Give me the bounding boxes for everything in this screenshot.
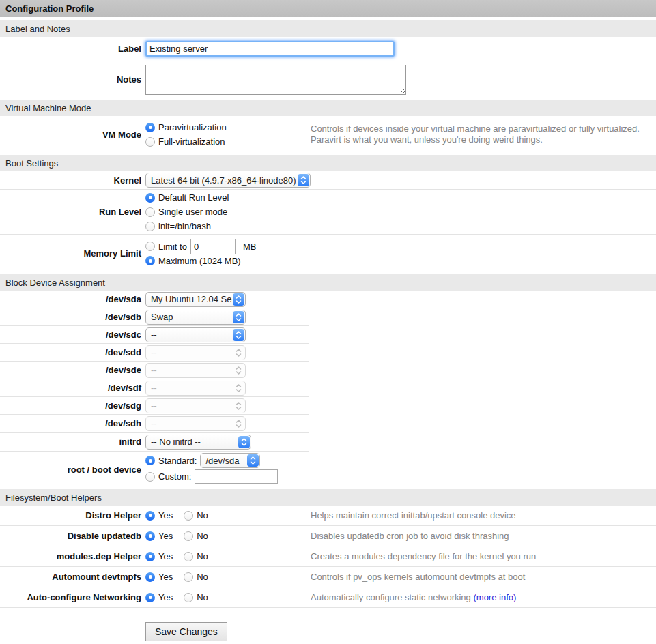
select-stepper-icon (238, 436, 250, 448)
select-stepper-icon (233, 329, 244, 341)
distro-helper-no-radio[interactable] (184, 511, 193, 521)
helper-row-updatedb: Disable updatedb Yes No Disables updated… (0, 526, 656, 546)
block-device-sdc-value: -- (151, 330, 157, 340)
block-device-row-sdc: /dev/sdc -- (0, 326, 309, 344)
memory-maximum-radio[interactable] (145, 256, 155, 265)
no-label[interactable]: No (197, 531, 208, 541)
block-device-sdb-value: Swap (151, 312, 173, 322)
no-label[interactable]: No (197, 592, 208, 602)
block-device-sdd-select: -- (145, 345, 246, 360)
initrd-row: initrd -- No initrd -- (0, 433, 309, 452)
vm-mode-help-line2: Paravirt is what you want, unless you're… (311, 134, 656, 145)
block-device-sdc-select[interactable]: -- (145, 327, 246, 342)
block-device-sdh-value: -- (151, 418, 157, 428)
yes-label[interactable]: Yes (158, 510, 173, 521)
disable-updatedb-no-radio[interactable] (184, 531, 193, 541)
vm-mode-label: VM Mode (0, 116, 141, 153)
kernel-selected-value: Latest 64 bit (4.9.7-x86_64-linode80) (151, 175, 296, 186)
yes-label[interactable]: Yes (158, 551, 173, 561)
auto-configure-networking-no-radio[interactable] (184, 593, 193, 602)
yes-label[interactable]: Yes (158, 592, 173, 602)
select-stepper-icon (233, 382, 244, 394)
kernel-label: Kernel (0, 171, 141, 189)
automount-devtmpfs-no-radio[interactable] (184, 572, 193, 582)
root-standard-radio[interactable] (145, 456, 155, 465)
vm-mode-fullvirt-radio[interactable] (145, 137, 155, 147)
no-label[interactable]: No (197, 510, 208, 521)
root-custom-input[interactable] (195, 469, 278, 484)
root-custom-label[interactable]: Custom: (158, 471, 191, 482)
select-stepper-icon (247, 454, 259, 467)
block-device-label: /dev/sdb (0, 308, 141, 325)
root-custom-radio[interactable] (145, 472, 155, 482)
no-label[interactable]: No (197, 551, 208, 561)
run-level-row: Run Level Default Run Level Single user … (0, 190, 656, 235)
block-device-sdf-select: -- (145, 381, 246, 396)
helper-row-distro: Distro Helper Yes No Helps maintain corr… (0, 506, 656, 526)
block-device-row-sdh: /dev/sdh -- (0, 415, 309, 433)
label-input[interactable] (145, 41, 395, 57)
yes-label[interactable]: Yes (158, 572, 173, 582)
modules-dep-yes-radio[interactable] (145, 552, 155, 561)
vm-mode-paravirt-radio[interactable] (145, 123, 155, 132)
memory-maximum-label[interactable]: Maximum (1024 MB) (158, 256, 241, 266)
memory-limit-row: Memory Limit Limit to MB Maximum (1024 M… (0, 235, 656, 272)
helper-help-text: Disables updatedb cron job to avoid disk… (311, 531, 656, 542)
memory-limit-input[interactable] (190, 239, 236, 254)
select-stepper-icon (233, 418, 244, 430)
notes-textarea[interactable] (145, 65, 406, 95)
helper-row-devtmpfs: Automount devtmpfs Yes No Controls if pv… (0, 567, 656, 587)
select-stepper-icon (233, 400, 244, 412)
block-device-sdg-value: -- (151, 400, 157, 411)
memory-limit-to-label[interactable]: Limit to (158, 241, 187, 252)
root-standard-value: /dev/sda (205, 456, 239, 466)
automount-devtmpfs-yes-radio[interactable] (145, 572, 155, 582)
memory-limit-to-radio[interactable] (145, 241, 155, 251)
block-device-label: /dev/sdg (0, 397, 141, 414)
run-level-single-radio[interactable] (145, 207, 155, 217)
helper-help-text: Creates a modules dependency file for th… (311, 551, 656, 562)
networking-help-text: Automatically configure static networkin… (311, 592, 471, 602)
root-standard-label[interactable]: Standard: (158, 456, 197, 466)
block-device-sdb-select[interactable]: Swap (145, 310, 246, 325)
select-stepper-icon (298, 174, 309, 186)
run-level-single-label[interactable]: Single user mode (158, 207, 227, 217)
memory-limit-label: Memory Limit (0, 235, 141, 272)
section-filesystem-boot-helpers: Filesystem/Boot Helpers (0, 489, 656, 506)
block-device-label: /dev/sda (0, 291, 141, 308)
distro-helper-yes-radio[interactable] (145, 511, 155, 521)
block-device-row-sdd: /dev/sdd -- (0, 344, 309, 362)
helper-row-modules-dep: modules.dep Helper Yes No Creates a modu… (0, 546, 656, 567)
helper-label: Automount devtmpfs (0, 567, 141, 587)
disable-updatedb-yes-radio[interactable] (145, 531, 155, 541)
more-info-link[interactable]: (more info) (473, 592, 516, 602)
modules-dep-no-radio[interactable] (184, 552, 193, 561)
run-level-init-label[interactable]: init=/bin/bash (158, 221, 211, 231)
select-stepper-icon (233, 293, 244, 306)
block-device-sde-select: -- (145, 363, 246, 378)
block-device-label: /dev/sdh (0, 415, 141, 432)
no-label[interactable]: No (197, 572, 208, 582)
run-level-init-radio[interactable] (145, 222, 155, 231)
kernel-select[interactable]: Latest 64 bit (4.9.7-x86_64-linode80) (145, 173, 311, 188)
page-title: Configuration Profile (0, 0, 656, 18)
vm-mode-paravirt-label[interactable]: Paravirtualization (158, 122, 227, 132)
block-device-sda-select[interactable]: My Ubuntu 12.04 Server (145, 292, 246, 307)
run-level-default-radio[interactable] (145, 193, 155, 203)
select-stepper-icon (233, 347, 244, 359)
notes-field-label: Notes (0, 61, 141, 98)
vm-mode-fullvirt-label[interactable]: Full-virtualization (158, 136, 225, 147)
yes-label[interactable]: Yes (158, 531, 173, 541)
block-device-row-sdb: /dev/sdb Swap (0, 308, 309, 326)
initrd-select[interactable]: -- No initrd -- (145, 435, 251, 450)
auto-configure-networking-yes-radio[interactable] (145, 593, 155, 602)
helper-label: Distro Helper (0, 506, 141, 525)
block-device-label: /dev/sdc (0, 326, 141, 343)
root-standard-select[interactable]: /dev/sda (200, 453, 260, 468)
root-boot-device-row: root / boot device Standard: /dev/sda Cu… (0, 452, 309, 487)
run-level-default-label[interactable]: Default Run Level (158, 192, 229, 203)
select-stepper-icon (233, 364, 244, 377)
notes-row: Notes (0, 61, 656, 98)
save-changes-button[interactable]: Save Changes (145, 622, 227, 641)
run-level-label: Run Level (0, 190, 141, 234)
